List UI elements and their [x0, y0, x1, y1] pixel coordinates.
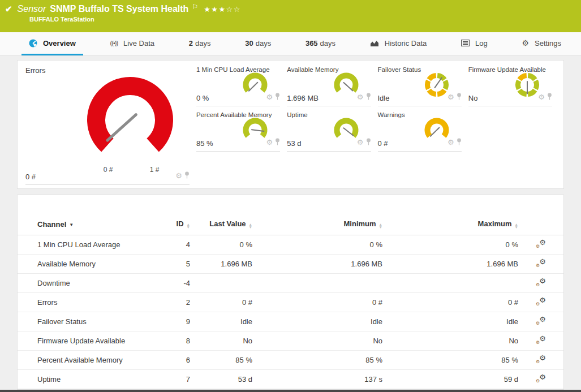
gauge-settings-gear-icon[interactable]: ⚙	[538, 94, 545, 100]
gauge-pin-icon[interactable]	[366, 137, 371, 148]
gauge-value: No	[468, 94, 478, 102]
cell-channel[interactable]: Percent Available Memory	[18, 351, 159, 370]
cell-last-value: Idle	[190, 312, 252, 331]
gauge-tile: Firmware Update Available No ⚙	[468, 66, 556, 106]
priority-flag-icon[interactable]: ⚐	[192, 3, 198, 11]
gauge-settings-gear-icon[interactable]: ⚙	[357, 140, 364, 145]
channel-table: Channel▼ ID▲▼ Last Value▲▼ Minimum▲▼ Max…	[18, 214, 563, 390]
cell-channel[interactable]: Failover Status	[18, 312, 159, 331]
gauge-pin-icon[interactable]	[275, 137, 280, 148]
cell-maximum: 85 %	[382, 351, 518, 370]
cell-channel[interactable]: Firmware Update Available	[18, 331, 159, 351]
table-row: Downtime -4 ⚙⚙	[18, 274, 563, 293]
column-header-minimum[interactable]: Minimum▲▼	[252, 214, 382, 235]
gauge-title: Available Memory	[287, 66, 374, 73]
gauge-value: 1.696 MB	[287, 94, 319, 102]
cell-channel[interactable]: Available Memory	[18, 255, 159, 274]
tab-label: days	[256, 39, 271, 48]
channel-settings-icon[interactable]: ⚙⚙	[536, 297, 546, 306]
gauge-value: 53 d	[287, 139, 301, 148]
cell-channel[interactable]: 1 Min CPU Load Average	[18, 235, 159, 255]
tab-2-days[interactable]: 2days	[182, 32, 218, 55]
channel-settings-icon[interactable]: ⚙⚙	[536, 335, 546, 344]
object-kind-label: Sensor	[18, 4, 46, 14]
cell-id: 2	[159, 293, 190, 312]
cell-channel[interactable]: Downtime	[18, 274, 159, 293]
sort-icon: ▲▼	[249, 223, 252, 229]
gauge-settings-gear-icon[interactable]: ⚙	[266, 94, 273, 100]
gauge-value: 0 #	[25, 173, 36, 181]
tab-overview[interactable]: Overview	[21, 32, 83, 55]
cell-last-value: 53 d	[190, 370, 252, 389]
tab-settings[interactable]: ⚙ Settings	[514, 32, 569, 55]
cell-maximum: 1.696 MB	[382, 255, 518, 274]
gauge-settings-gear-icon[interactable]: ⚙	[357, 94, 364, 100]
tab-30-days[interactable]: 30days	[238, 32, 278, 55]
table-row: Firmware Update Available 8 No No No ⚙⚙	[18, 331, 563, 351]
cell-maximum: 0 #	[382, 293, 518, 312]
parent-device-link[interactable]: BUFFALO TeraStation	[29, 16, 575, 23]
cell-channel[interactable]: Errors	[18, 293, 159, 312]
table-row: Percent Available Memory 6 85 % 85 % 85 …	[18, 351, 563, 370]
cell-minimum: 0 %	[252, 235, 382, 255]
cell-id: -4	[159, 274, 190, 293]
status-ok-check-icon: ✔	[5, 4, 12, 14]
cell-maximum	[382, 274, 518, 293]
cell-last-value	[190, 274, 252, 293]
column-header-maximum[interactable]: Maximum▲▼	[382, 214, 518, 235]
gauge-value: 0 #	[378, 139, 388, 148]
channel-settings-icon[interactable]: ⚙⚙	[536, 239, 546, 248]
gauge-value: 85 %	[196, 139, 213, 148]
column-header-channel[interactable]: Channel▼	[18, 214, 159, 235]
column-header-last-value[interactable]: Last Value▲▼	[190, 214, 252, 235]
gauge-settings-gear-icon[interactable]: ⚙	[447, 140, 454, 145]
gauge-pin-icon[interactable]	[275, 92, 280, 102]
channel-settings-icon[interactable]: ⚙⚙	[536, 259, 546, 268]
sort-icon: ▲▼	[379, 223, 382, 229]
gauges-panel: Errors 0 #1 # 0 # ⚙ 1 Min CPU Load Avera…	[17, 60, 564, 189]
gauge-value: Idle	[378, 94, 390, 102]
table-row: Failover Status 9 Idle Idle Idle ⚙⚙	[18, 312, 563, 331]
cell-minimum: 85 %	[252, 351, 382, 370]
column-header-id[interactable]: ID▲▼	[159, 214, 190, 235]
cell-last-value: 85 %	[190, 351, 252, 370]
page-bottom-bar	[0, 390, 581, 392]
cell-last-value: 0 #	[190, 293, 252, 312]
gauge-pin-icon[interactable]	[457, 92, 462, 102]
gauge-grid: 1 Min CPU Load Average 0 % ⚙ Available M…	[196, 66, 556, 188]
tab-label: Live Data	[123, 39, 154, 48]
tab-365-days[interactable]: 365days	[298, 32, 343, 55]
gauge-tile: Failover Status Idle ⚙	[378, 66, 465, 106]
channel-settings-icon[interactable]: ⚙⚙	[536, 316, 546, 325]
tab-log[interactable]: Log	[454, 32, 495, 55]
gauge-icon	[29, 39, 37, 48]
gauge-settings-gear-icon[interactable]: ⚙	[175, 173, 182, 179]
cell-id: 8	[159, 331, 190, 351]
gauge-pin-icon[interactable]	[184, 171, 190, 181]
channel-settings-icon[interactable]: ⚙⚙	[536, 355, 546, 364]
gauge-pin-icon[interactable]	[366, 92, 371, 102]
live-data-icon: ((•))	[110, 40, 118, 46]
settings-gear-icon: ⚙	[522, 38, 529, 48]
cell-channel[interactable]: Uptime	[18, 370, 159, 389]
gauge-pin-icon[interactable]	[457, 137, 462, 148]
log-icon	[461, 40, 470, 46]
cell-maximum: No	[382, 331, 518, 351]
gauge-settings-gear-icon[interactable]: ⚙	[266, 140, 273, 145]
gauge-settings-gear-icon[interactable]: ⚙	[447, 94, 454, 100]
star-rating[interactable]: ★★★☆☆	[204, 5, 241, 14]
tab-label: Log	[475, 39, 488, 48]
gauge-tile: Percent Available Memory 85 % ⚙	[196, 111, 283, 152]
column-header-actions	[518, 214, 563, 235]
channel-settings-icon[interactable]: ⚙⚙	[536, 278, 546, 287]
cell-id: 5	[159, 255, 190, 274]
channel-settings-icon[interactable]: ⚙⚙	[536, 374, 546, 383]
tab-label: Historic Data	[385, 39, 427, 48]
table-row: Available Memory 5 1.696 MB 1.696 MB 1.6…	[18, 255, 563, 274]
cell-minimum: 0 #	[252, 293, 382, 312]
sort-desc-icon: ▼	[69, 222, 74, 227]
tab-historic-data[interactable]: Historic Data	[363, 32, 434, 55]
sensor-header: ✔ Sensor SNMP Buffalo TS System Health ⚐…	[0, 0, 581, 32]
tab-live-data[interactable]: ((•)) Live Data	[103, 32, 162, 55]
gauge-pin-icon[interactable]	[547, 92, 552, 102]
